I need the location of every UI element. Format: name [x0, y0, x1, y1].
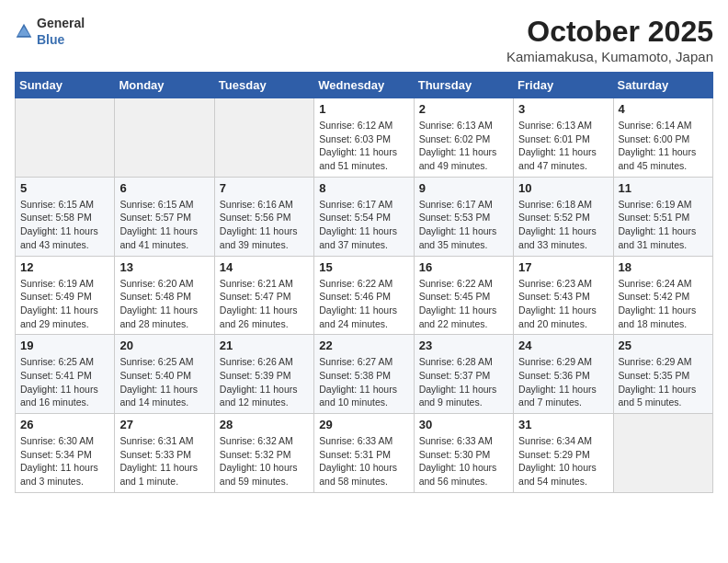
cell-info: Sunset: 5:58 PM: [20, 211, 109, 224]
day-number: 31: [518, 418, 608, 431]
cell-info: and 41 minutes.: [119, 238, 209, 252]
calendar-cell: 2Sunrise: 6:13 AMSunset: 6:02 PMDaylight…: [414, 98, 513, 178]
cell-info: Daylight: 10 hours: [220, 461, 309, 475]
calendar-cell: 28Sunrise: 6:32 AMSunset: 5:32 PMDayligh…: [214, 414, 313, 493]
cell-info: and 1 minute.: [119, 475, 209, 488]
cell-info: Sunrise: 6:19 AM: [619, 198, 708, 212]
cell-info: and 39 minutes.: [220, 238, 309, 252]
calendar-cell: 6Sunrise: 6:15 AMSunset: 5:57 PMDaylight…: [115, 177, 214, 256]
cell-info: Sunset: 5:47 PM: [220, 290, 309, 304]
cell-info: and 43 minutes.: [20, 238, 109, 252]
cell-info: Sunrise: 6:30 AM: [20, 434, 109, 448]
cell-info: Sunrise: 6:22 AM: [319, 277, 408, 291]
day-number: 18: [619, 260, 708, 274]
day-number: 16: [419, 260, 508, 274]
calendar-cell: 7Sunrise: 6:16 AMSunset: 5:56 PMDaylight…: [214, 177, 313, 256]
cell-info: and 33 minutes.: [518, 238, 608, 252]
cell-info: Sunrise: 6:33 AM: [319, 434, 408, 448]
cell-info: Daylight: 11 hours: [119, 461, 209, 475]
cell-info: and 20 minutes.: [518, 317, 608, 331]
day-number: 5: [20, 181, 109, 195]
cell-info: Daylight: 11 hours: [419, 383, 508, 396]
header-thursday: Thursday: [414, 73, 513, 98]
cell-info: and 45 minutes.: [619, 159, 708, 173]
header-row: Sunday Monday Tuesday Wednesday Thursday…: [16, 73, 713, 98]
cell-info: Daylight: 10 hours: [319, 461, 408, 475]
title-section: October 2025 Kamiamakusa, Kumamoto, Japa…: [506, 15, 713, 64]
day-number: 20: [119, 339, 209, 352]
day-number: 14: [220, 260, 309, 274]
cell-info: and 37 minutes.: [319, 238, 408, 252]
cell-info: and 24 minutes.: [319, 317, 408, 331]
cell-info: Daylight: 11 hours: [619, 145, 708, 159]
cell-info: Sunrise: 6:15 AM: [119, 198, 209, 212]
day-number: 28: [220, 418, 309, 431]
day-number: 30: [419, 418, 508, 431]
cell-info: Sunrise: 6:26 AM: [220, 355, 309, 369]
cell-info: and 14 minutes.: [119, 396, 209, 409]
cell-info: Daylight: 11 hours: [619, 224, 708, 238]
day-number: 27: [119, 418, 209, 431]
cell-info: Sunset: 5:34 PM: [20, 448, 109, 462]
cell-info: Sunrise: 6:33 AM: [419, 434, 508, 448]
calendar-week-1: 1Sunrise: 6:12 AMSunset: 6:03 PMDaylight…: [16, 98, 713, 178]
header-monday: Monday: [115, 73, 214, 98]
header-saturday: Saturday: [613, 73, 712, 98]
day-number: 7: [220, 181, 309, 195]
calendar-cell: [16, 98, 115, 178]
cell-info: Sunset: 6:01 PM: [518, 132, 608, 146]
cell-info: Sunrise: 6:17 AM: [319, 198, 408, 212]
cell-info: Daylight: 11 hours: [20, 304, 109, 317]
svg-marker-1: [17, 27, 29, 36]
cell-info: Sunset: 5:38 PM: [319, 369, 408, 383]
cell-info: Sunrise: 6:14 AM: [619, 119, 708, 132]
day-number: 15: [319, 260, 408, 274]
cell-info: Daylight: 11 hours: [220, 383, 309, 396]
cell-info: Sunrise: 6:23 AM: [518, 277, 608, 291]
header-wednesday: Wednesday: [314, 73, 414, 98]
cell-info: Sunset: 5:35 PM: [619, 369, 708, 383]
cell-info: Sunset: 5:53 PM: [419, 211, 508, 224]
calendar-cell: 1Sunrise: 6:12 AMSunset: 6:03 PMDaylight…: [314, 98, 414, 178]
calendar-cell: 12Sunrise: 6:19 AMSunset: 5:49 PMDayligh…: [16, 256, 115, 335]
cell-info: Sunrise: 6:25 AM: [20, 355, 109, 369]
cell-info: and 5 minutes.: [619, 396, 708, 409]
cell-info: Sunrise: 6:34 AM: [518, 434, 608, 448]
cell-info: Daylight: 11 hours: [220, 224, 309, 238]
calendar-cell: 9Sunrise: 6:17 AMSunset: 5:53 PMDaylight…: [414, 177, 513, 256]
calendar-week-3: 12Sunrise: 6:19 AMSunset: 5:49 PMDayligh…: [16, 256, 713, 335]
month-title: October 2025: [506, 15, 713, 49]
cell-info: Daylight: 10 hours: [419, 461, 508, 475]
logo-general: General: [37, 16, 85, 30]
day-number: 17: [518, 260, 608, 274]
day-number: 24: [518, 339, 608, 352]
cell-info: and 51 minutes.: [319, 159, 408, 173]
cell-info: Sunset: 5:43 PM: [518, 290, 608, 304]
cell-info: Sunset: 6:00 PM: [619, 132, 708, 146]
cell-info: Sunrise: 6:13 AM: [518, 119, 608, 132]
cell-info: Sunset: 5:30 PM: [419, 448, 508, 462]
calendar-cell: 31Sunrise: 6:34 AMSunset: 5:29 PMDayligh…: [514, 414, 613, 493]
cell-info: Sunrise: 6:13 AM: [419, 119, 508, 132]
calendar-cell: 20Sunrise: 6:25 AMSunset: 5:40 PMDayligh…: [115, 335, 214, 414]
cell-info: Daylight: 11 hours: [319, 383, 408, 396]
cell-info: and 59 minutes.: [220, 475, 309, 488]
cell-info: Daylight: 11 hours: [518, 304, 608, 317]
day-number: 6: [119, 181, 209, 195]
cell-info: Sunrise: 6:18 AM: [518, 198, 608, 212]
header-tuesday: Tuesday: [214, 73, 313, 98]
calendar-cell: 21Sunrise: 6:26 AMSunset: 5:39 PMDayligh…: [214, 335, 313, 414]
header-sunday: Sunday: [16, 73, 115, 98]
cell-info: Sunset: 5:54 PM: [319, 211, 408, 224]
cell-info: Sunrise: 6:29 AM: [619, 355, 708, 369]
calendar-cell: 8Sunrise: 6:17 AMSunset: 5:54 PMDaylight…: [314, 177, 414, 256]
cell-info: Sunrise: 6:20 AM: [119, 277, 209, 291]
cell-info: and 49 minutes.: [419, 159, 508, 173]
calendar-cell: 5Sunrise: 6:15 AMSunset: 5:58 PMDaylight…: [16, 177, 115, 256]
cell-info: Sunset: 5:32 PM: [220, 448, 309, 462]
cell-info: Sunrise: 6:21 AM: [220, 277, 309, 291]
cell-info: and 10 minutes.: [319, 396, 408, 409]
day-number: 22: [319, 339, 408, 352]
calendar-cell: 22Sunrise: 6:27 AMSunset: 5:38 PMDayligh…: [314, 335, 414, 414]
day-number: 8: [319, 181, 408, 195]
